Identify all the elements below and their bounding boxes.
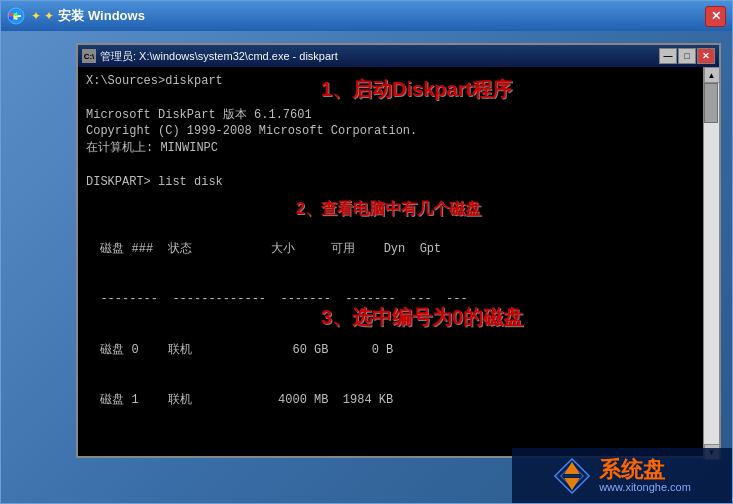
svg-rect-3 <box>14 13 18 16</box>
cmd-controls: — □ ✕ <box>659 48 715 64</box>
cmd-line-4: Copyright (C) 1999-2008 Microsoft Corpor… <box>86 123 695 140</box>
cmd-line-1: X:\Sources>diskpart <box>86 73 695 90</box>
watermark-cn-text: 系统盘 <box>599 459 691 481</box>
cmd-window: C:\ 管理员: X:\windows\system32\cmd.exe - d… <box>76 43 721 458</box>
scrollbar-track <box>704 83 719 444</box>
scroll-up-arrow[interactable]: ▲ <box>704 67 720 83</box>
minimize-button[interactable]: — <box>659 48 677 64</box>
table-row-1: 磁盘 0 联机 60 GB 0 B <box>86 342 695 359</box>
cmd-line-5: 在计算机上: MINWINPC <box>86 140 695 157</box>
cmd-content: X:\Sources>diskpart Microsoft DiskPart 版… <box>78 67 703 456</box>
svg-rect-4 <box>9 17 13 20</box>
watermark-url: www.xitonghe.com <box>599 481 691 493</box>
svg-rect-5 <box>14 17 18 20</box>
cmd-line-7: DISKPART> list disk <box>86 174 695 191</box>
watermark-text-block: 系统盘 www.xitonghe.com <box>599 459 691 493</box>
cmd-line-3: Microsoft DiskPart 版本 6.1.7601 <box>86 107 695 124</box>
table-separator: -------- ------------- ------- ------- -… <box>86 291 695 308</box>
table-row-2: 磁盘 1 联机 4000 MB 1984 KB <box>86 392 695 409</box>
setup-icon <box>7 7 25 25</box>
svg-rect-2 <box>9 13 13 16</box>
cmd-line-2 <box>86 90 695 107</box>
maximize-button[interactable]: □ <box>678 48 696 64</box>
disk-table: 磁盘 ### 状态 大小 可用 Dyn Gpt -------- -------… <box>86 207 695 442</box>
cmd-line-8 <box>86 191 695 208</box>
scrollbar[interactable]: ▲ ▼ <box>703 67 719 460</box>
window-controls: ✕ <box>705 6 726 27</box>
outer-titlebar: ✦ ✦ 安装 Windows ✕ <box>1 1 732 31</box>
watermark: 系统盘 www.xitonghe.com <box>512 448 732 503</box>
scrollbar-thumb[interactable] <box>704 83 718 123</box>
table-header: 磁盘 ### 状态 大小 可用 Dyn Gpt <box>86 241 695 258</box>
outer-window-title: 安装 Windows <box>58 7 705 25</box>
cmd-close-button[interactable]: ✕ <box>697 48 715 64</box>
cmd-icon: C:\ <box>82 49 96 63</box>
cmd-line-6 <box>86 157 695 174</box>
close-button[interactable]: ✕ <box>705 6 726 27</box>
cmd-titlebar: C:\ 管理员: X:\windows\system32\cmd.exe - d… <box>78 45 719 67</box>
outer-window: ✦ ✦ 安装 Windows ✕ C:\ 管理员: X:\windows\sys… <box>0 0 733 504</box>
watermark-logo-icon <box>553 457 591 495</box>
cmd-title: 管理员: X:\windows\system32\cmd.exe - diskp… <box>100 49 659 64</box>
star-icon: ✦ ✦ <box>31 9 54 23</box>
